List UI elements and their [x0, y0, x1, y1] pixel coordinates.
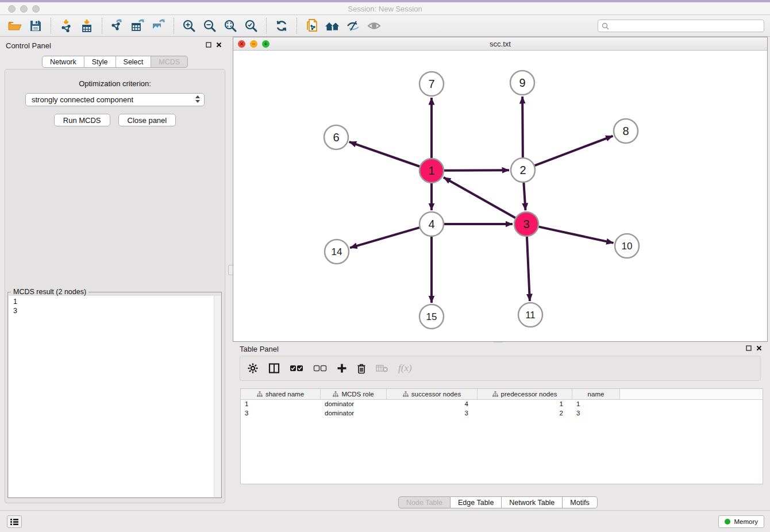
- cell-predecessor-nodes[interactable]: 2: [478, 409, 572, 418]
- settings-gear-icon[interactable]: [247, 363, 259, 374]
- edge-4-14[interactable]: [350, 228, 419, 248]
- float-panel-icon[interactable]: [206, 42, 211, 48]
- criterion-dropdown[interactable]: strongly connected component: [25, 93, 205, 106]
- show-graphics-details-button[interactable]: [364, 17, 384, 35]
- network-window-titlebar[interactable]: × − + scc.txt: [233, 37, 767, 51]
- column-header-name[interactable]: name: [572, 389, 620, 399]
- node-3[interactable]: 3: [514, 212, 538, 236]
- node-8[interactable]: 8: [614, 119, 638, 143]
- cell-MCDS-role[interactable]: dominator: [321, 400, 387, 409]
- cell-MCDS-role[interactable]: dominator: [321, 409, 387, 418]
- export-image-icon: [151, 18, 167, 33]
- result-scrollbar[interactable]: [214, 296, 221, 497]
- import-table-icon: [79, 18, 94, 33]
- apply-layout-button[interactable]: [271, 17, 292, 35]
- export-image-button[interactable]: [148, 17, 169, 35]
- column-header-label: MCDS role: [341, 391, 374, 398]
- edge-2-9[interactable]: [522, 97, 523, 157]
- tab-node-table[interactable]: Node Table: [398, 496, 451, 508]
- search-input[interactable]: [611, 21, 764, 31]
- open-session-button[interactable]: [5, 17, 25, 35]
- tree-hierarchy-icon: [257, 391, 263, 397]
- tab-style[interactable]: Style: [84, 56, 116, 68]
- task-history-button[interactable]: [7, 515, 22, 528]
- delete-table-icon[interactable]: [376, 364, 388, 373]
- zoom-out-button[interactable]: [199, 17, 220, 35]
- node-15[interactable]: 15: [419, 304, 444, 329]
- node-14[interactable]: 14: [325, 240, 349, 264]
- memory-button[interactable]: Memory: [718, 515, 764, 528]
- node-label: 9: [519, 76, 525, 89]
- column-header-shared-name[interactable]: shared name: [241, 389, 321, 399]
- edge-1-6[interactable]: [349, 142, 420, 167]
- new-network-from-selection-button[interactable]: [302, 17, 322, 35]
- zoom-selected-button[interactable]: [241, 17, 261, 35]
- node-11[interactable]: 11: [518, 303, 542, 327]
- tab-edge-table[interactable]: Edge Table: [451, 496, 502, 508]
- node-7[interactable]: 7: [419, 72, 444, 96]
- add-column-icon[interactable]: [337, 363, 347, 373]
- edge-3-10[interactable]: [538, 227, 613, 243]
- edge-1-2[interactable]: [444, 170, 509, 171]
- toolbar-separator: [266, 18, 267, 34]
- close-panel-button[interactable]: Close panel: [118, 114, 176, 126]
- column-header-successor-nodes[interactable]: successor nodes: [387, 389, 478, 399]
- cell-predecessor-nodes[interactable]: 1: [478, 400, 572, 409]
- control-panel-title: Control Panel: [6, 41, 51, 50]
- tab-network-table[interactable]: Network Table: [502, 496, 563, 508]
- cell-shared-name[interactable]: 3: [241, 409, 321, 418]
- column-header-MCDS-role[interactable]: MCDS role: [321, 389, 387, 399]
- cell-successor-nodes[interactable]: 4: [387, 400, 478, 409]
- function-builder-icon[interactable]: f(x): [398, 363, 412, 374]
- export-table-button[interactable]: [128, 17, 148, 35]
- node-label: 2: [519, 164, 526, 176]
- network-graph[interactable]: 1234678910111415: [233, 51, 767, 341]
- toolbar-separator: [297, 18, 297, 34]
- deselect-all-icon[interactable]: [313, 365, 327, 372]
- zoom-fit-button[interactable]: [220, 17, 241, 35]
- save-session-button[interactable]: [25, 17, 46, 35]
- node-4[interactable]: 4: [419, 212, 444, 236]
- column-header-predecessor-nodes[interactable]: predecessor nodes: [478, 389, 572, 399]
- node-label: 3: [523, 218, 529, 230]
- tab-mcds[interactable]: MCDS: [151, 56, 188, 68]
- hide-graphics-details-button[interactable]: [343, 17, 364, 35]
- tab-network[interactable]: Network: [42, 56, 84, 68]
- close-panel-icon[interactable]: [756, 345, 762, 351]
- node-2[interactable]: 2: [511, 158, 535, 182]
- trash-icon[interactable]: [357, 363, 366, 374]
- import-network-button[interactable]: [56, 17, 76, 35]
- node-6[interactable]: 6: [324, 125, 348, 149]
- edge-2-3[interactable]: [523, 183, 525, 210]
- node-label: 15: [426, 311, 437, 322]
- cell-shared-name[interactable]: 1: [241, 400, 321, 409]
- close-panel-icon[interactable]: [216, 42, 222, 48]
- split-columns-icon[interactable]: [268, 363, 280, 373]
- edge-3-1[interactable]: [444, 178, 515, 218]
- node-1[interactable]: 1: [419, 159, 444, 183]
- mcds-tab-content: Optimization criterion: strongly connect…: [5, 69, 225, 503]
- network-canvas[interactable]: 1234678910111415: [233, 51, 767, 341]
- select-all-icon[interactable]: [290, 365, 303, 372]
- search-field[interactable]: [598, 20, 764, 32]
- tab-select[interactable]: Select: [116, 56, 152, 68]
- edge-2-8[interactable]: [535, 136, 613, 166]
- export-table-icon: [130, 18, 146, 33]
- import-table-button[interactable]: [76, 17, 97, 35]
- export-network-button[interactable]: [107, 17, 128, 35]
- table-row[interactable]: 3dominator323: [241, 409, 763, 418]
- node-10[interactable]: 10: [615, 234, 639, 258]
- edge-3-11[interactable]: [527, 237, 530, 301]
- float-panel-icon[interactable]: [746, 345, 752, 351]
- cell-name[interactable]: 3: [572, 409, 620, 418]
- cell-name[interactable]: 1: [572, 400, 620, 409]
- import-network-icon: [59, 18, 74, 33]
- mcds-result-list[interactable]: 13: [9, 296, 221, 497]
- tab-motifs[interactable]: Motifs: [563, 496, 597, 508]
- run-mcds-button[interactable]: Run MCDS: [54, 114, 110, 126]
- table-row[interactable]: 1dominator411: [241, 400, 763, 409]
- home-view-button[interactable]: [322, 17, 343, 35]
- zoom-in-button[interactable]: [179, 17, 199, 35]
- node-9[interactable]: 9: [510, 71, 534, 95]
- cell-successor-nodes[interactable]: 3: [387, 409, 478, 418]
